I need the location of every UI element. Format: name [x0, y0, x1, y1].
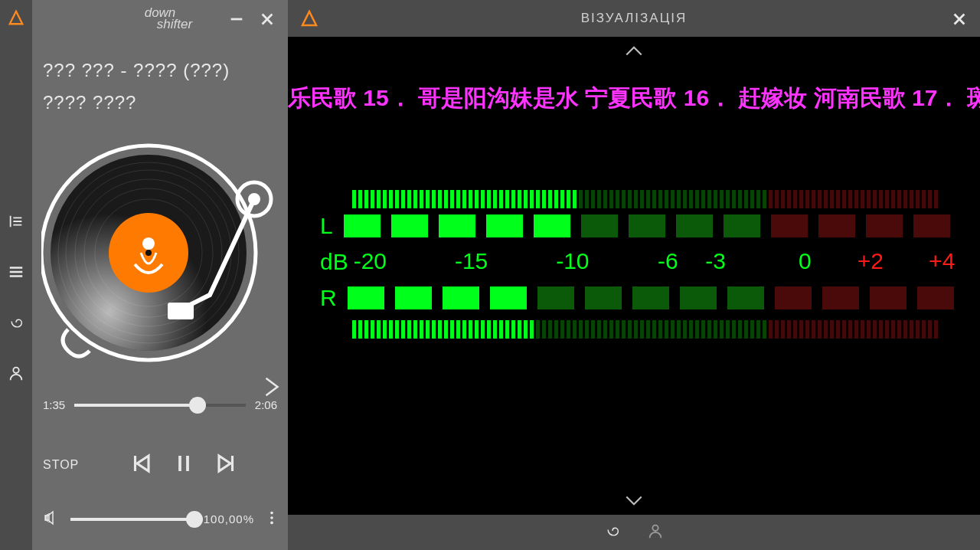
tick — [603, 320, 607, 339]
user-icon[interactable] — [8, 365, 24, 385]
progress-row: 1:35 2:06 — [43, 398, 277, 411]
tick — [358, 190, 362, 208]
tick — [420, 190, 423, 208]
tick — [505, 320, 509, 339]
tick — [524, 190, 528, 208]
db-value: +2 — [858, 248, 884, 274]
db-value: -6 — [658, 248, 678, 274]
tick — [861, 190, 864, 208]
tick — [775, 320, 779, 339]
logo-icon — [8, 9, 24, 29]
tick — [426, 190, 430, 208]
db-value: -3 — [705, 248, 726, 274]
visualizer-title: ВІЗУАЛІЗАЦІЯ — [581, 11, 688, 26]
tick — [787, 190, 791, 208]
meter-block — [680, 286, 717, 309]
bottom-ticks — [352, 320, 948, 339]
tick — [720, 190, 724, 208]
progress-slider[interactable] — [74, 404, 246, 407]
tick — [567, 320, 570, 339]
chevron-down-icon[interactable] — [624, 495, 644, 510]
spiral-icon[interactable] — [604, 522, 621, 542]
tick — [726, 190, 730, 208]
right-label: R — [320, 285, 337, 311]
tick — [720, 320, 724, 339]
tick — [573, 190, 577, 208]
tick — [524, 320, 528, 339]
tick — [487, 320, 491, 339]
tick — [707, 190, 711, 208]
tick — [652, 320, 656, 339]
tick — [903, 320, 907, 339]
tick — [732, 190, 736, 208]
tick — [622, 190, 626, 208]
meter-block — [822, 286, 859, 309]
tick — [352, 320, 356, 339]
tick — [910, 190, 913, 208]
tick — [481, 320, 485, 339]
spiral-icon[interactable] — [8, 314, 24, 334]
tick — [530, 190, 534, 208]
tick — [579, 320, 583, 339]
tick — [848, 190, 852, 208]
meter-block — [581, 214, 618, 237]
tick — [493, 320, 497, 339]
left-channel-row: L — [320, 213, 948, 239]
pause-button[interactable] — [172, 452, 195, 478]
tick — [928, 320, 932, 339]
tick — [879, 190, 883, 208]
volume-slider[interactable] — [70, 518, 194, 521]
tick — [861, 320, 864, 339]
tick — [812, 320, 815, 339]
tick — [499, 320, 503, 339]
chevron-up-icon[interactable] — [624, 44, 644, 60]
tick — [407, 320, 411, 339]
tick — [879, 320, 883, 339]
turntable — [41, 130, 279, 383]
meter-block — [486, 214, 523, 237]
tick — [707, 320, 711, 339]
tick — [628, 190, 632, 208]
visualizer-body: 乐民歌 15． 哥是阳沟妹是水 宁夏民歌 16． 赶嫁妆 河南民歌 17． 斑鸠… — [288, 37, 980, 515]
tick — [689, 190, 693, 208]
visualizer-footer — [288, 515, 980, 550]
tick — [438, 190, 442, 208]
tick — [542, 190, 546, 208]
meter-block — [632, 286, 669, 309]
tick — [493, 190, 497, 208]
tick — [658, 320, 662, 339]
tick — [842, 320, 846, 339]
tick — [658, 190, 662, 208]
tick — [450, 320, 454, 339]
next-button[interactable] — [215, 452, 238, 478]
tick — [456, 190, 460, 208]
tick — [530, 320, 534, 339]
menu-icon[interactable] — [8, 264, 24, 283]
prev-button[interactable] — [129, 452, 152, 478]
minimize-button[interactable] — [228, 11, 245, 31]
playlist-icon[interactable] — [8, 213, 24, 233]
tick — [475, 320, 479, 339]
more-icon[interactable] — [266, 509, 277, 529]
tick — [634, 190, 638, 208]
tick — [456, 320, 460, 339]
user-icon[interactable] — [647, 522, 664, 542]
meter-block — [917, 286, 954, 309]
visualizer-close-button[interactable] — [951, 11, 968, 31]
tick — [591, 320, 595, 339]
volume-icon[interactable] — [43, 509, 61, 529]
meter-block — [395, 286, 432, 309]
tick — [665, 320, 668, 339]
tick — [738, 190, 742, 208]
tick — [916, 190, 920, 208]
db-scale: dB -20-15-10-6-30+2+4 — [320, 248, 948, 276]
volume-value: 100,00% — [204, 512, 254, 525]
tick — [364, 190, 368, 208]
visualizer-header: ВІЗУАЛІЗАЦІЯ — [288, 0, 980, 37]
next-panel-icon[interactable] — [260, 375, 283, 401]
close-button[interactable] — [259, 11, 276, 31]
meter-block — [724, 214, 760, 237]
tick — [726, 320, 730, 339]
logo-icon — [300, 9, 318, 31]
left-blocks — [344, 214, 950, 237]
